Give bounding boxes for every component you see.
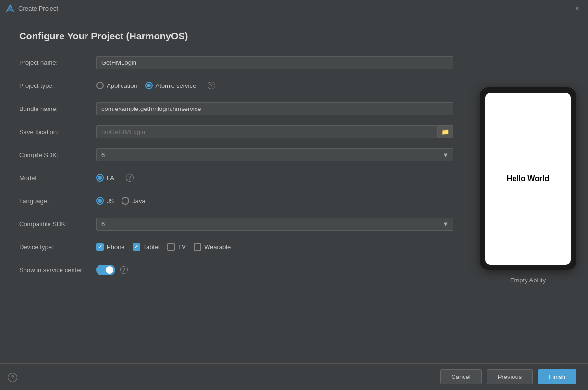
project-name-row: Project name: <box>19 55 453 70</box>
bundle-name-control <box>96 102 453 115</box>
language-label: Language: <box>19 197 96 205</box>
device-wearable-checkbox[interactable] <box>194 243 201 251</box>
language-row: Language: JS Java <box>19 194 453 208</box>
fa-radio-inner <box>98 176 102 180</box>
bottom-help-icon[interactable]: ? <box>8 373 17 382</box>
show-service-toggle[interactable] <box>96 265 115 275</box>
bundle-name-label: Bundle name: <box>19 105 96 112</box>
project-type-control: Application Atomic service ? <box>96 82 453 89</box>
save-location-row: Save location: 📁 <box>19 124 453 139</box>
device-screen: Hello World <box>485 93 571 265</box>
close-button[interactable]: × <box>572 4 582 13</box>
compile-sdk-select[interactable]: 6 7 8 <box>96 148 453 161</box>
window-title: Create Project <box>18 5 58 12</box>
device-type-row: Device type: ✓ Phone ✓ <box>19 240 453 254</box>
finish-button[interactable]: Finish <box>538 369 576 384</box>
language-js[interactable]: JS <box>96 197 114 205</box>
compile-sdk-control: 6 7 8 ▼ <box>96 148 453 161</box>
save-location-control: 📁 <box>96 125 453 138</box>
fa-radio-label: FA <box>107 174 114 182</box>
show-service-row: Show in service center: ? <box>19 263 453 277</box>
js-radio-label: JS <box>107 197 114 205</box>
java-radio-label: Java <box>132 197 145 205</box>
device-tv-checkbox[interactable] <box>167 243 175 251</box>
device-wearable-label: Wearable <box>204 244 231 251</box>
device-type-checkbox-group: ✓ Phone ✓ Tablet TV <box>96 243 231 251</box>
content-area: Configure Your Project (HarmonyOS) Proje… <box>0 17 588 363</box>
project-type-row: Project type: Application Atomic service <box>19 78 453 93</box>
bundle-name-row: Bundle name: <box>19 101 453 116</box>
project-type-application[interactable]: Application <box>96 82 137 89</box>
compatible-sdk-label: Compatible SDK: <box>19 220 96 228</box>
model-row: Model: FA ? <box>19 171 453 185</box>
device-phone-item[interactable]: ✓ Phone <box>96 243 125 251</box>
folder-browse-button[interactable]: 📁 <box>438 125 453 138</box>
device-phone-label: Phone <box>107 244 125 251</box>
form-section: Configure Your Project (HarmonyOS) Proje… <box>0 17 473 363</box>
previous-button[interactable]: Previous <box>487 369 533 384</box>
project-name-input[interactable] <box>96 56 453 69</box>
device-tablet-checkbox[interactable]: ✓ <box>133 243 140 251</box>
compile-sdk-row: Compile SDK: 6 7 8 ▼ <box>19 147 453 162</box>
atomic-service-radio-inner <box>147 84 151 87</box>
cancel-button[interactable]: Cancel <box>440 369 481 384</box>
device-tablet-item[interactable]: ✓ Tablet <box>133 243 160 251</box>
page-title: Configure Your Project (HarmonyOS) <box>19 31 453 42</box>
app-logo-icon <box>6 4 14 13</box>
title-bar: Create Project × <box>0 0 588 17</box>
device-wearable-item[interactable]: Wearable <box>194 243 231 251</box>
project-type-atomic[interactable]: Atomic service <box>145 82 196 89</box>
js-radio[interactable] <box>96 197 104 205</box>
save-location-wrapper: 📁 <box>96 125 453 138</box>
bundle-name-input[interactable] <box>96 102 453 115</box>
compatible-sdk-select[interactable]: 6 7 8 <box>96 218 453 231</box>
preview-section: Hello World Empty Ability <box>473 17 588 363</box>
model-label: Model: <box>19 174 96 182</box>
create-project-window: Create Project × Configure Your Project … <box>0 0 588 390</box>
save-location-input[interactable] <box>96 125 438 138</box>
atomic-service-radio[interactable] <box>145 82 153 89</box>
compile-sdk-dropdown-wrapper: 6 7 8 ▼ <box>96 148 453 161</box>
preview-label: Empty Ability <box>510 277 546 284</box>
model-radio-group: FA ? <box>96 174 134 182</box>
show-service-label: Show in service center: <box>19 267 96 274</box>
java-radio[interactable] <box>122 197 129 205</box>
atomic-service-radio-label: Atomic service <box>156 82 196 89</box>
toggle-thumb <box>106 266 113 274</box>
bottom-bar: ? Cancel Previous Finish <box>0 363 588 390</box>
project-type-label: Project type: <box>19 82 96 89</box>
application-radio[interactable] <box>96 82 104 89</box>
compatible-sdk-control: 6 7 8 ▼ <box>96 218 453 231</box>
model-fa[interactable]: FA <box>96 174 114 182</box>
device-tablet-label: Tablet <box>143 244 160 251</box>
compile-sdk-label: Compile SDK: <box>19 151 96 158</box>
language-radio-group: JS Java <box>96 197 146 205</box>
device-phone-checkbox[interactable]: ✓ <box>96 243 104 251</box>
project-type-help-icon[interactable]: ? <box>208 82 215 89</box>
model-help-icon[interactable]: ? <box>126 174 134 182</box>
project-type-radio-group: Application Atomic service ? <box>96 82 215 89</box>
js-radio-inner <box>98 199 102 203</box>
application-radio-label: Application <box>107 82 137 89</box>
device-preview: Hello World <box>480 87 576 270</box>
show-service-help-icon[interactable]: ? <box>120 266 128 274</box>
project-name-label: Project name: <box>19 59 96 66</box>
language-control: JS Java <box>96 197 453 205</box>
device-tv-item[interactable]: TV <box>167 243 186 251</box>
model-control: FA ? <box>96 174 453 182</box>
fa-radio[interactable] <box>96 174 104 182</box>
language-java[interactable]: Java <box>122 197 145 205</box>
device-tv-label: TV <box>178 244 186 251</box>
phone-checkmark: ✓ <box>98 244 102 250</box>
hello-world-text: Hello World <box>507 174 550 183</box>
device-type-label: Device type: <box>19 244 96 251</box>
compatible-sdk-dropdown-wrapper: 6 7 8 ▼ <box>96 218 453 231</box>
project-name-control <box>96 56 453 69</box>
save-location-label: Save location: <box>19 128 96 135</box>
compatible-sdk-row: Compatible SDK: 6 7 8 ▼ <box>19 217 453 231</box>
device-type-control: ✓ Phone ✓ Tablet TV <box>96 243 453 251</box>
show-service-control: ? <box>96 265 453 275</box>
tablet-checkmark: ✓ <box>134 244 138 250</box>
